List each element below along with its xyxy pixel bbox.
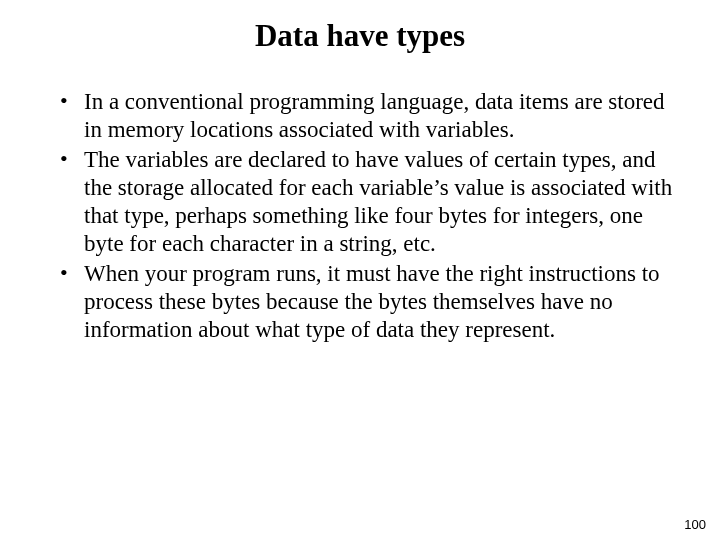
slide-title: Data have types bbox=[36, 18, 684, 54]
list-item: When your program runs, it must have the… bbox=[60, 260, 684, 344]
bullet-list: In a conventional programming language, … bbox=[36, 88, 684, 344]
list-item: In a conventional programming language, … bbox=[60, 88, 684, 144]
page-number: 100 bbox=[684, 517, 706, 532]
list-item: The variables are declared to have value… bbox=[60, 146, 684, 258]
